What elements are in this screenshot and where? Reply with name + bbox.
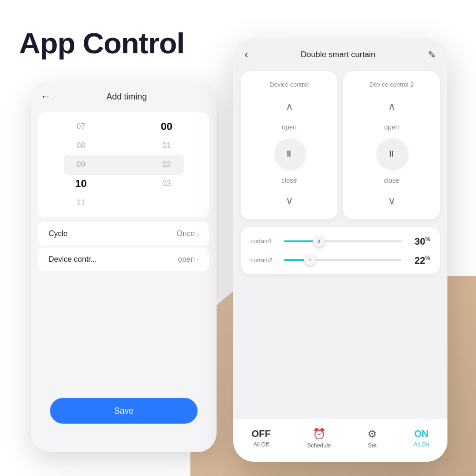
phone2-double-curtain: ‹ Double smart curtain ✎ Device control … [233,38,447,462]
card1-pause-icon: ⏸ [285,149,294,159]
set-label: Set [368,442,377,449]
control-cards: Device control ∧ open ⏸ close ∨ Device c… [241,71,440,219]
time-picker[interactable]: 07 08 09 10 11 12 13 00 01 02 03 [38,112,209,217]
hour-10-selected: 10 [38,174,124,193]
time-columns: 07 08 09 10 11 12 13 00 01 02 03 [38,117,209,212]
schedule-icon: ⏰ [313,428,326,440]
phone1-header: ← Add timing [31,81,217,108]
card2-label: Device control 2 [369,81,414,88]
card1-label: Device control [269,81,308,88]
card2-open-label: open [384,123,399,131]
hour-column[interactable]: 07 08 09 10 11 12 13 [38,117,124,212]
minute-00-selected: 00 [124,117,209,136]
all-off-label: All Off [253,441,268,448]
sliders-section: curtain1 ⏸ 30% curtain2 ⏸ 22% [241,227,440,274]
card2-close-label: close [384,177,399,184]
card2-pause-icon: ⏸ [387,149,397,159]
device-control-row[interactable]: Device contr... open › [38,248,209,271]
device-control-label: Device contr... [49,255,97,264]
all-on-button[interactable]: ON All On [414,428,429,448]
card1-arrow-down[interactable]: ∨ [283,192,296,210]
card1-close-label: close [281,177,297,184]
card2-arrow-up[interactable]: ∧ [385,98,398,116]
bottom-bar: OFF All Off ⏰ Schedule ⚙ Set ON All On [233,419,447,462]
device-control-chevron: › [197,256,199,263]
curtain1-thumb-icon: ⏸ [317,239,321,244]
phone1-back-button[interactable]: ← [40,90,51,103]
curtain2-track[interactable]: ⏸ [284,259,402,261]
set-icon: ⚙ [367,428,377,440]
hour-08: 08 [38,136,124,155]
curtain1-thumb[interactable]: ⏸ [313,236,325,247]
card2-arrow-down[interactable]: ∨ [385,192,398,210]
phone1-title: Add timing [60,92,193,102]
control-card-2: Device control 2 ∧ open ⏸ close ∨ [343,71,440,219]
minute-03: 03 [124,174,209,193]
hour-09: 09 [38,155,124,174]
curtain2-thumb-icon: ⏸ [307,258,312,262]
phone2-back-button[interactable]: ‹ [245,49,248,61]
all-off-icon: OFF [251,428,270,439]
card1-pause-button[interactable]: ⏸ [274,139,305,169]
curtain2-name: curtain2 [250,257,278,264]
cycle-row[interactable]: Cycle Once › [38,222,209,246]
app-control-title: App Control [19,26,184,60]
card1-arrow-up[interactable]: ∧ [283,98,296,116]
cycle-chevron: › [197,230,199,238]
curtain2-row: curtain2 ⏸ 22% [250,255,430,266]
card1-open-label: open [282,123,297,131]
schedule-button[interactable]: ⏰ Schedule [307,428,331,449]
curtain1-track[interactable]: ⏸ [284,240,402,242]
hour-07: 07 [38,117,124,136]
curtain2-thumb[interactable]: ⏸ [304,254,316,266]
minute-02: 02 [124,155,209,174]
phone2-title: Double smart curtain [301,50,376,60]
all-on-icon: ON [414,428,428,439]
control-card-1: Device control ∧ open ⏸ close ∨ [241,71,337,219]
schedule-label: Schedule [307,442,331,449]
curtain1-row: curtain1 ⏸ 30% [250,236,430,247]
curtain1-name: curtain1 [250,238,278,245]
phone1-add-timing: ← Add timing 07 08 09 10 11 12 13 00 01 … [31,81,217,452]
set-button[interactable]: ⚙ Set [367,428,377,449]
card2-pause-button[interactable]: ⏸ [377,139,407,169]
phone2-header: ‹ Double smart curtain ✎ [233,38,447,68]
cycle-label: Cycle [49,229,68,238]
device-control-value: open › [178,255,199,264]
hour-11: 11 [38,193,124,212]
all-off-button[interactable]: OFF All Off [251,428,270,448]
minute-column[interactable]: 00 01 02 03 [124,117,209,212]
phone2-edit-button[interactable]: ✎ [428,49,436,60]
curtain2-percent: 22% [407,255,430,266]
minute-01: 01 [124,136,209,155]
cycle-value: Once › [177,229,199,238]
save-button[interactable]: Save [50,398,198,424]
curtain1-percent: 30% [407,236,430,247]
all-on-label: All On [414,441,429,448]
